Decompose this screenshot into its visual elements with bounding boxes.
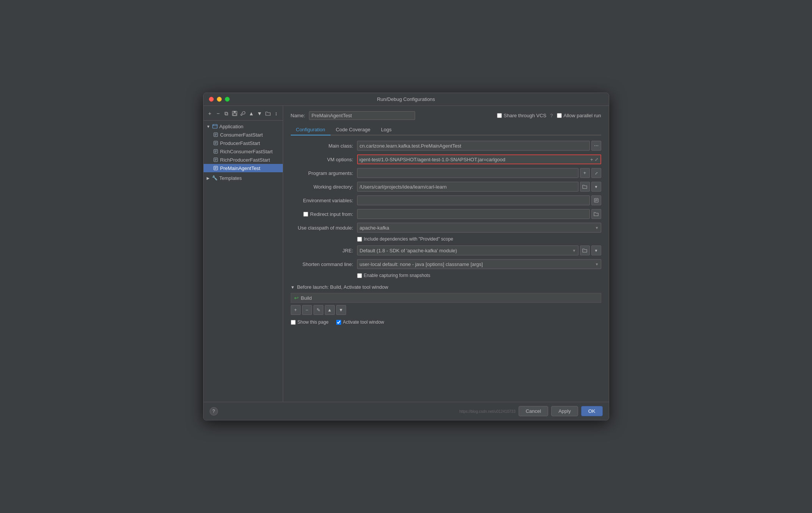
- main-content: + − ⧉ ▲ ▼ ↕ ▼: [204, 106, 609, 402]
- main-class-label: Main class:: [291, 143, 357, 149]
- vm-options-label: VM options:: [291, 157, 357, 162]
- main-class-browse-button[interactable]: ⋯: [591, 141, 601, 151]
- right-panel: Name: Share through VCS ? Allow parallel…: [283, 106, 609, 402]
- redirect-browse-button[interactable]: [591, 209, 601, 219]
- show-page-checkbox[interactable]: [291, 320, 296, 325]
- before-launch-arrow[interactable]: ▼: [291, 285, 295, 290]
- cancel-button[interactable]: Cancel: [519, 406, 548, 416]
- shorten-cmd-field: user-local default: none - java [options…: [357, 259, 601, 269]
- capture-snapshots-field: Enable capturing form snapshots: [357, 273, 601, 278]
- help-button[interactable]: ?: [210, 407, 218, 415]
- class-icon-5: [213, 165, 219, 171]
- allow-parallel-checkbox[interactable]: [557, 113, 562, 118]
- include-deps-checkbox[interactable]: [357, 237, 362, 242]
- bottom-right: https://blog.csdn.net/u012410733 Cancel …: [459, 406, 603, 416]
- jre-browse-button[interactable]: [580, 245, 590, 255]
- jre-field: Default (1.8 - SDK of 'apache-kafka' mod…: [357, 245, 601, 255]
- tab-configuration[interactable]: Configuration: [291, 124, 331, 135]
- sort-button[interactable]: ↕: [273, 110, 280, 117]
- vm-add-button[interactable]: +: [589, 157, 594, 162]
- before-launch-header-text: Before launch: Build, Activate tool wind…: [297, 284, 388, 290]
- copy-config-button[interactable]: ⧉: [223, 110, 230, 117]
- program-args-input[interactable]: [357, 168, 578, 178]
- maximize-button[interactable]: [225, 97, 230, 102]
- application-group[interactable]: ▼ Application: [204, 122, 283, 131]
- sidebar-item-consumer-fast-start[interactable]: ConsumerFastStart: [204, 131, 283, 139]
- folder-button[interactable]: [265, 110, 271, 117]
- ok-button[interactable]: OK: [581, 406, 603, 416]
- help-icon[interactable]: ?: [550, 113, 553, 118]
- allow-parallel-label: Allow parallel run: [564, 113, 601, 118]
- redirect-input-input[interactable]: [357, 209, 590, 219]
- working-dir-input[interactable]: [357, 182, 578, 192]
- build-add-button[interactable]: +: [291, 305, 301, 315]
- program-args-add-button[interactable]: +: [580, 168, 590, 178]
- sidebar-item-pre-main-agent[interactable]: PreMainAgentTest: [204, 164, 283, 172]
- minimize-button[interactable]: [217, 97, 222, 102]
- working-dir-label: Working directory:: [291, 184, 357, 190]
- redirect-input-checkbox[interactable]: [303, 212, 308, 217]
- save-config-button[interactable]: [231, 110, 238, 117]
- down-button[interactable]: ▼: [256, 110, 263, 117]
- name-input[interactable]: [309, 111, 415, 120]
- consumer-fast-start-label: ConsumerFastStart: [220, 132, 263, 138]
- svg-rect-1: [234, 111, 236, 113]
- rich-producer-label: RichProducerFastStart: [220, 157, 270, 163]
- class-icon: [213, 132, 219, 138]
- build-up-button[interactable]: ▲: [325, 305, 335, 315]
- env-vars-field: [357, 195, 601, 205]
- classpath-select[interactable]: apache-kafka: [357, 223, 601, 233]
- add-config-button[interactable]: +: [207, 110, 213, 117]
- before-launch-section-header: ▼ Before launch: Build, Activate tool wi…: [291, 284, 601, 290]
- remove-config-button[interactable]: −: [215, 110, 221, 117]
- templates-label: Templates: [219, 175, 242, 181]
- sidebar-item-rich-producer[interactable]: RichProducerFastStart: [204, 156, 283, 164]
- redirect-input-text: Redirect input from:: [310, 211, 353, 217]
- env-vars-edit-button[interactable]: [591, 195, 601, 205]
- class-icon-4: [213, 157, 219, 163]
- share-vcs-checkbox[interactable]: [497, 113, 502, 118]
- tab-code-coverage[interactable]: Code Coverage: [331, 124, 376, 135]
- program-args-row: Program arguments: + ⤢: [291, 168, 601, 178]
- sidebar-toolbar: + − ⧉ ▲ ▼ ↕: [204, 108, 283, 121]
- apply-button[interactable]: Apply: [551, 406, 578, 416]
- build-toolbar: + − ✎ ▲ ▼: [291, 305, 601, 315]
- include-deps-row: Include dependencies with "Provided" sco…: [291, 236, 601, 242]
- show-page-label: Show this page: [291, 319, 329, 325]
- expand-arrow: ▼: [207, 124, 211, 129]
- build-down-button[interactable]: ▼: [336, 305, 346, 315]
- vm-options-input[interactable]: [359, 157, 589, 162]
- jre-select-wrapper: Default (1.8 - SDK of 'apache-kafka' mod…: [357, 245, 578, 255]
- capture-snapshots-checkbox[interactable]: [357, 273, 362, 278]
- jre-dropdown-button[interactable]: ▼: [591, 245, 601, 255]
- wrench-button[interactable]: [240, 110, 246, 117]
- jre-select[interactable]: Default (1.8 - SDK of 'apache-kafka' mod…: [357, 245, 578, 255]
- classpath-select-wrapper: apache-kafka ▼: [357, 223, 601, 233]
- build-edit-button[interactable]: ✎: [314, 305, 323, 315]
- tab-logs[interactable]: Logs: [376, 124, 397, 135]
- application-icon: [212, 123, 218, 129]
- jre-label: JRE:: [291, 248, 357, 253]
- program-args-expand-button[interactable]: ⤢: [591, 168, 601, 178]
- sidebar-item-rich-consumer[interactable]: RichConsumerFastStart: [204, 147, 283, 156]
- env-vars-label: Environment variables:: [291, 198, 357, 203]
- build-remove-button[interactable]: −: [302, 305, 312, 315]
- shorten-cmd-select[interactable]: user-local default: none - java [options…: [357, 259, 601, 269]
- classpath-label: Use classpath of module:: [291, 225, 357, 231]
- close-button[interactable]: [209, 97, 214, 102]
- templates-group[interactable]: ▶ 🔧 Templates: [204, 174, 283, 182]
- env-vars-input[interactable]: [357, 195, 590, 205]
- redirect-input-row: Redirect input from:: [291, 209, 601, 219]
- up-button[interactable]: ▲: [248, 110, 255, 117]
- build-list-item[interactable]: ↩ Build: [291, 293, 601, 303]
- activate-tool-checkbox[interactable]: [336, 320, 341, 325]
- tabs: Configuration Code Coverage Logs: [291, 124, 601, 135]
- vm-expand-button[interactable]: ⤢: [594, 157, 599, 162]
- main-class-row: Main class: ⋯: [291, 141, 601, 151]
- main-class-input[interactable]: [357, 141, 590, 151]
- svg-point-5: [213, 125, 214, 126]
- working-dir-browse-button[interactable]: [580, 182, 590, 192]
- dialog-title: Run/Debug Configurations: [377, 96, 435, 102]
- sidebar-item-producer-fast-start[interactable]: ProducerFastStart: [204, 139, 283, 147]
- working-dir-dropdown-button[interactable]: ▼: [591, 182, 601, 192]
